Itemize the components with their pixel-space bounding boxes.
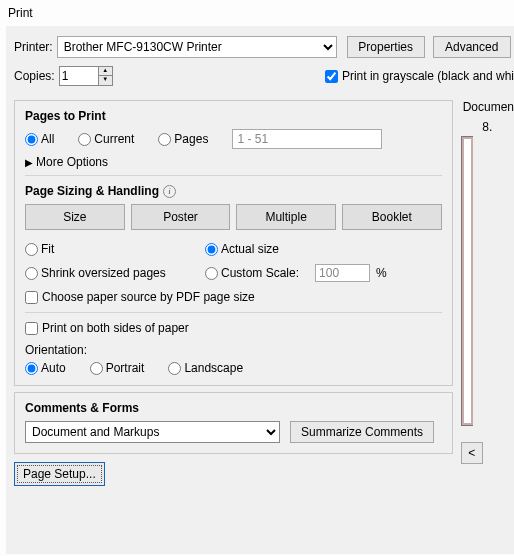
info-icon[interactable]: i — [163, 185, 176, 198]
advanced-button[interactable]: Advanced — [433, 36, 511, 58]
comments-forms-select[interactable]: Document and Markups — [25, 421, 280, 443]
grayscale-checkbox-box[interactable] — [325, 70, 338, 83]
orientation-label: Orientation: — [25, 343, 442, 357]
percent-label: % — [376, 266, 387, 280]
pages-all-radio[interactable]: All — [25, 132, 54, 146]
choose-paper-checkbox[interactable]: Choose paper source by PDF page size — [25, 290, 442, 304]
orientation-landscape-radio[interactable]: Landscape — [168, 361, 243, 375]
printer-label: Printer: — [14, 40, 53, 54]
printer-select[interactable]: Brother MFC-9130CW Printer — [57, 36, 337, 58]
preview-section-label: Documen — [461, 100, 514, 114]
actual-size-radio[interactable]: Actual size — [205, 242, 279, 256]
copies-up-button[interactable]: ▲ — [98, 66, 113, 76]
custom-scale-input[interactable] — [315, 264, 370, 282]
copies-down-button[interactable]: ▼ — [98, 76, 113, 86]
poster-tab-button[interactable]: Poster — [131, 204, 231, 230]
triangle-right-icon: ▶ — [25, 157, 33, 168]
pages-current-radio[interactable]: Current — [78, 132, 134, 146]
grayscale-checkbox[interactable]: Print in grayscale (black and whi — [325, 69, 514, 83]
pages-range-input[interactable] — [232, 129, 382, 149]
page-preview — [461, 136, 473, 426]
shrink-radio[interactable]: Shrink oversized pages — [25, 266, 205, 280]
custom-scale-radio[interactable]: Custom Scale: — [205, 266, 299, 280]
fit-radio[interactable]: Fit — [25, 242, 205, 256]
multiple-tab-button[interactable]: Multiple — [236, 204, 336, 230]
properties-button[interactable]: Properties — [347, 36, 425, 58]
pages-to-print-title: Pages to Print — [25, 109, 442, 123]
page-setup-button[interactable]: Page Setup... — [14, 462, 105, 486]
grayscale-label: Print in grayscale (black and whi — [342, 69, 514, 83]
preview-prev-button[interactable]: < — [461, 442, 483, 464]
preview-dimension: 8. — [461, 120, 514, 134]
copies-label: Copies: — [14, 69, 55, 83]
dialog-title: Print — [6, 4, 514, 26]
size-tab-button[interactable]: Size — [25, 204, 125, 230]
more-options-toggle[interactable]: ▶ More Options — [25, 155, 442, 169]
orientation-auto-radio[interactable]: Auto — [25, 361, 66, 375]
both-sides-checkbox[interactable]: Print on both sides of paper — [25, 321, 442, 335]
summarize-comments-button[interactable]: Summarize Comments — [290, 421, 434, 443]
orientation-portrait-radio[interactable]: Portrait — [90, 361, 145, 375]
booklet-tab-button[interactable]: Booklet — [342, 204, 442, 230]
copies-input[interactable] — [59, 66, 99, 86]
comments-forms-title: Comments & Forms — [25, 401, 442, 415]
pages-range-radio[interactable]: Pages — [158, 132, 208, 146]
sizing-title: Page Sizing & Handling — [25, 184, 159, 198]
